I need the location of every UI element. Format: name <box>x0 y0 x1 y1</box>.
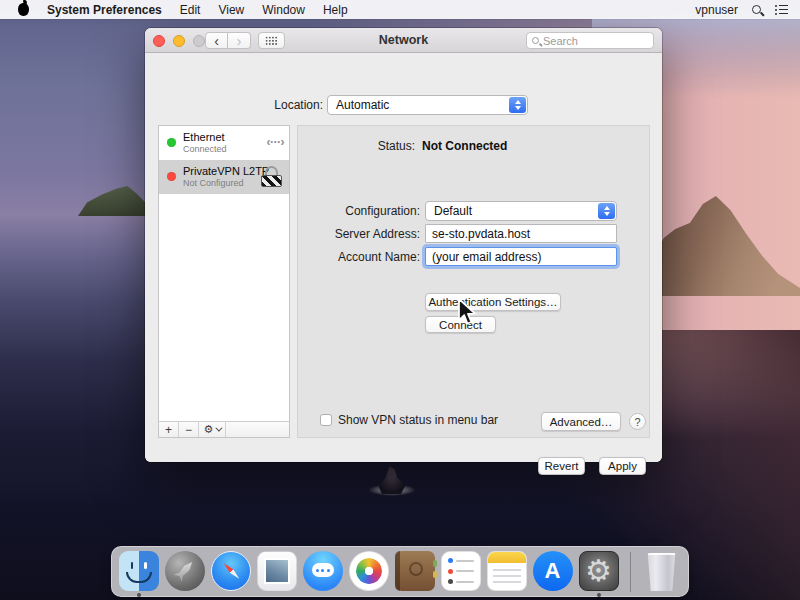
gear-icon: ⚙ <box>585 556 612 586</box>
location-label: Location: <box>205 98 323 112</box>
account-name-input[interactable] <box>425 247 617 266</box>
location-value: Automatic <box>336 98 389 112</box>
menu-username[interactable]: vpnuser <box>695 3 738 17</box>
dock-appstore-icon[interactable]: A <box>533 551 573 597</box>
service-actions-button[interactable]: ⚙ <box>199 422 226 437</box>
vpn-settings-panel <box>297 125 650 438</box>
dock-photos-icon[interactable] <box>349 551 389 597</box>
dock-mail-icon[interactable] <box>257 551 297 597</box>
revert-button[interactable]: Revert <box>538 457 585 475</box>
menu-item-help[interactable]: Help <box>323 3 348 17</box>
spotlight-search-icon[interactable] <box>752 5 761 14</box>
vpn-lock-icon <box>261 166 283 188</box>
running-indicator <box>137 593 141 597</box>
dock-messages-icon[interactable] <box>303 551 343 597</box>
server-address-input[interactable] <box>425 224 617 243</box>
search-placeholder: Search <box>543 35 578 47</box>
configuration-label: Configuration: <box>240 204 420 218</box>
dock: A ⚙ <box>111 546 689 597</box>
status-label: Status: <box>235 139 415 153</box>
popup-stepper-icon <box>598 203 615 219</box>
remove-service-button[interactable]: − <box>179 422 199 437</box>
dock-launchpad-icon[interactable] <box>165 551 205 597</box>
dock-separator <box>630 552 631 592</box>
dock-notes-icon[interactable] <box>487 551 527 597</box>
menu-item-window[interactable]: Window <box>262 3 305 17</box>
dock-reminders-icon[interactable] <box>441 551 481 597</box>
status-dot-green <box>167 138 176 147</box>
mouse-cursor <box>456 297 478 331</box>
search-field[interactable]: Search <box>526 32 654 49</box>
menu-item-edit[interactable]: Edit <box>180 3 201 17</box>
appstore-a-glyph: A <box>545 558 561 584</box>
title-bar[interactable]: ‹ › Network Search <box>145 28 662 53</box>
account-name-label: Account Name: <box>240 250 420 264</box>
dock-safari-icon[interactable] <box>211 551 251 597</box>
location-popup[interactable]: Automatic <box>327 95 528 115</box>
server-address-label: Server Address: <box>240 227 420 241</box>
desktop: System Preferences Edit View Window Help… <box>0 0 800 600</box>
notification-center-icon[interactable] <box>775 5 788 15</box>
status-value: Not Connected <box>422 139 507 153</box>
window-content: Location: Automatic Ethernet Connected ‹… <box>145 53 662 462</box>
help-button[interactable]: ? <box>629 413 646 430</box>
menu-app-name[interactable]: System Preferences <box>47 3 162 17</box>
advanced-button[interactable]: Advanced… <box>541 412 621 431</box>
services-sidebar: Ethernet Connected ‹···› PrivateVPN L2TP… <box>158 125 290 438</box>
dock-contacts-icon[interactable] <box>395 551 435 597</box>
apple-menu-icon[interactable] <box>18 3 29 16</box>
menu-item-view[interactable]: View <box>218 3 244 17</box>
configuration-value: Default <box>434 204 472 218</box>
network-preferences-window: ‹ › Network Search Location: Automatic E… <box>145 28 662 462</box>
popup-stepper-icon <box>509 97 526 113</box>
dock-system-preferences-icon[interactable]: ⚙ <box>579 551 619 597</box>
sidebar-footer: + − ⚙ <box>159 421 289 437</box>
configuration-popup[interactable]: Default <box>425 201 617 221</box>
search-icon <box>532 37 539 44</box>
running-indicator <box>597 593 601 597</box>
status-dot-red <box>167 172 176 181</box>
sidebar-item-privatevpn-l2tp[interactable]: PrivateVPN L2TP Not Configured <box>159 160 289 194</box>
dock-finder-icon[interactable] <box>119 551 159 597</box>
dock-trash-icon[interactable] <box>642 551 682 597</box>
apply-button[interactable]: Apply <box>599 457 646 475</box>
gear-icon: ⚙ <box>204 423 214 436</box>
menu-bar: System Preferences Edit View Window Help… <box>0 0 800 19</box>
show-vpn-status-checkbox[interactable] <box>320 414 332 426</box>
add-service-button[interactable]: + <box>159 422 179 437</box>
chevron-down-icon <box>216 425 223 432</box>
authentication-settings-button[interactable]: Authentication Settings… <box>425 293 561 311</box>
show-vpn-status-label: Show VPN status in menu bar <box>338 413 498 427</box>
